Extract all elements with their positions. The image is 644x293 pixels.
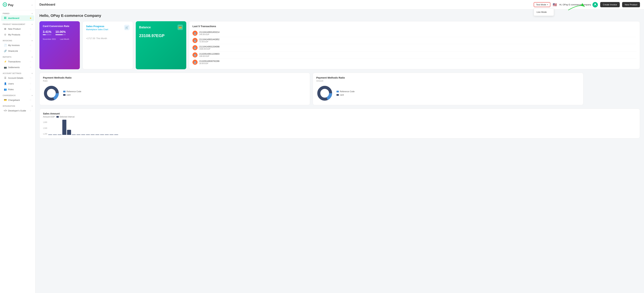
sidebar-item-chargeback[interactable]: 💳 Chargeback ☆ [1,97,34,103]
sharelink-icon: 🔗 [4,50,7,52]
last-month-val: 10.06% [56,30,66,34]
transaction-item: 🏦 211029140911226803 108.00 EGP [192,51,636,59]
sidebar-my-invoices-label: My Invoices [8,44,20,47]
sidebar-account-details-label: Account Details [8,77,23,79]
sidebar-item-my-products[interactable]: ⊙ My Products ☆ [1,32,34,37]
sales-amount-card: Sales Amount Amount EGP Selected Interva… [40,109,640,138]
transactions-list: 🏦 211104140931453214 145.00 EGP 🏦 211104… [192,30,636,66]
dashboard-star[interactable]: ★ [30,17,32,19]
test-mode-button[interactable]: Test Mode ▾ [534,2,550,7]
new-product-icon: ⊞ [4,28,7,30]
tx-amount: 1500.00 EGP [199,48,220,50]
tx-icon: 🏦 [192,38,198,43]
live-mode-option[interactable]: Live Mode [534,10,554,15]
sidebar-item-new-product[interactable]: ⊞ New Product ☆ [1,26,34,32]
month-labels: November 2021 Last Month [43,38,76,40]
page-title: Dashboard [40,3,55,7]
sales-amount-title: Sales Amount [43,112,636,115]
sidebar-users-label: Users [8,82,14,85]
sharelink-star[interactable]: ☆ [30,50,32,52]
invoicing-section: Invoicing ▾ [0,38,35,42]
logo-o: O [3,2,7,8]
logo: O Pay [3,2,14,8]
pinned-chevron: ▾ [32,13,33,15]
chart-meta: Amount EGP Selected Interval [43,116,636,118]
developers-guide-star[interactable]: ☆ [30,109,32,112]
chargeback-star[interactable]: ☆ [30,99,32,101]
account-details-icon: ☰ [4,77,7,79]
transactions-icon: ⚡ [4,60,7,63]
sales-amount: +1717.00 This Month [86,36,130,40]
sidebar: O Pay ‹ Pinned ▾ dashboard ★ PRODUCT MAN… [0,0,35,293]
users-star[interactable]: ☆ [30,82,32,85]
legend-label: Reference Code [340,90,354,93]
sidebar-item-settlements[interactable]: 📷 Settlements ☆ [1,65,34,70]
new-product-button[interactable]: New Product [622,2,640,7]
bar [67,130,71,135]
sidebar-item-roles[interactable]: 👥 Roles ☆ [1,87,34,92]
legend-dot [336,91,339,92]
transaction-item: 🏦 211104140931442852 72.00 EGP [192,37,636,44]
donut-container-ratio: Reference Code card [43,85,306,102]
payment-row: Payment Methods Ratio Ratio Reference Co… [40,73,640,105]
bar [81,135,85,135]
sidebar-item-sharelink[interactable]: 🔗 ShareLink ☆ [1,48,34,54]
sidebar-dashboard-label: dashboard [8,17,19,19]
my-products-star[interactable]: ☆ [30,33,32,36]
transactions-card: Last 5 Transactions 🏦 211104140931453214… [189,21,640,69]
current-metric: 3.41% [43,30,51,37]
tx-info: 211029140911226803 108.00 EGP [199,53,220,57]
sales-header: Sales Progress Marketplace Sales Chart 🛒 [86,25,130,33]
my-invoices-star[interactable]: ☆ [30,44,32,46]
card-conversion-rate: Card Conversion Rate 3.41% 10.06% Novemb… [40,21,80,69]
sales-title: Sales Progress [86,25,108,28]
bar [100,135,104,135]
bar [62,120,66,135]
mode-selector[interactable]: Test Mode ▾ Live Mode [534,2,550,7]
product-management-section: PRODUCT MANAGEMENT ▾ [0,21,35,26]
sidebar-item-dashboard[interactable]: dashboard ★ [1,15,34,21]
bar-chart [48,121,118,135]
roles-star[interactable]: ☆ [30,88,32,91]
bar [53,135,57,135]
sidebar-collapse-icon[interactable]: ‹ [32,4,32,7]
legend-dot [336,94,339,96]
bar [114,135,118,135]
settlements-icon: 📷 [4,66,7,69]
sidebar-developers-guide-label: Developer's Guide [8,109,26,112]
tx-id: 211104140931442852 [199,38,220,41]
legend-item: card [336,94,354,96]
header-right: Test Mode ▾ Live Mode 🇺🇸 Hi, OPay E-comm… [534,2,640,8]
new-product-star[interactable]: ☆ [30,28,32,30]
legend-label: card [66,94,70,96]
create-invoice-button[interactable]: Create Invoice [600,2,620,7]
legend-item: card [63,94,81,96]
balance-title: Balance 💳 [139,25,183,30]
tx-amount: 18.00 EGP [199,62,220,64]
bar [110,135,114,135]
sidebar-item-my-invoices[interactable]: 📄 My Invoices ☆ [1,43,34,48]
chargeback-section: CHARGEBACK ▾ [0,92,35,97]
bar [95,135,99,135]
sidebar-item-account-details[interactable]: ☰ Account Details ☆ [1,75,34,81]
transactions-star[interactable]: ☆ [30,60,32,63]
sidebar-item-users[interactable]: 👤 Users ☆ [1,81,34,86]
sidebar-item-transactions[interactable]: ⚡ Transactions ☆ [1,59,34,64]
content: Hello, OPay E-commerce Company Card Conv… [35,10,644,293]
svg-rect-2 [4,17,5,18]
tx-icon: 🏦 [192,60,198,65]
settlements-star[interactable]: ☆ [30,66,32,69]
tx-id: 211104140931334098 [199,46,220,48]
transaction-item: 🏦 211104140931453214 145.00 EGP [192,30,636,37]
y-label: 1,200 [43,133,47,135]
svg-text:O: O [4,3,6,6]
sidebar-transactions-label: Transactions [8,60,20,63]
header: Dashboard Test Mode ▾ Live Mode 🇺🇸 [35,0,644,10]
user-greeting: Hi, OPay E-commerce Company [559,3,591,6]
sidebar-item-developers-guide[interactable]: </> Developer's Guide ☆ [1,108,34,113]
account-details-star[interactable]: ☆ [30,77,32,79]
tx-info: 211029140930762286 18.00 EGP [199,60,220,64]
conversion-metrics: 3.41% 10.06% [43,30,76,37]
legend-label: Reference Code [66,90,81,93]
svg-point-7 [594,4,596,5]
